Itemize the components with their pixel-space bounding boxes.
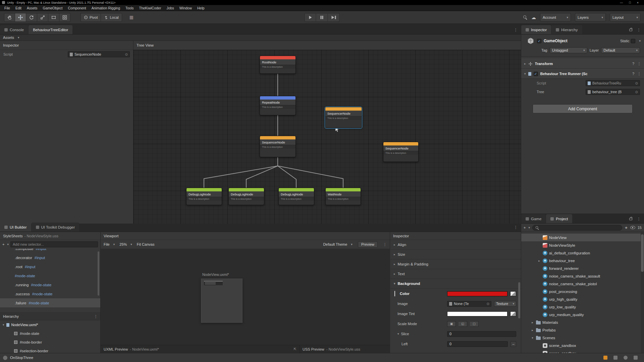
hand-tool-button[interactable] — [4, 13, 15, 22]
section-align[interactable]: ▸Align — [390, 240, 521, 250]
uss-selector-composite-input[interactable]: .composite#input — [0, 249, 100, 253]
collab-icon[interactable] — [634, 356, 638, 360]
inspector-scrollbar[interactable] — [518, 282, 520, 318]
uss-selector-decorator-input[interactable]: .decorator#input — [0, 253, 100, 262]
bake-warning-icon[interactable] — [603, 356, 607, 360]
project-item-noise-camera-shake-assault[interactable]: noise_camera_shake_assault — [521, 272, 644, 280]
file-dropdown[interactable]: File▾ — [104, 242, 115, 246]
grid-snap-icon[interactable]: ▦ — [129, 15, 133, 20]
project-item-scenes[interactable]: ▾Scenes — [521, 334, 644, 342]
image-object-field[interactable]: None (Te ⊙ — [447, 301, 491, 307]
viewport-canvas[interactable]: NodeView.uxml* — [101, 249, 390, 345]
tree-node-rootnode[interactable]: RootNodeThis is a description — [260, 56, 296, 74]
kebab-menu-icon[interactable]: ⋮ — [511, 225, 521, 232]
chevron-down-icon[interactable]: ▾ — [397, 332, 399, 336]
object-picker-icon[interactable]: ⊙ — [635, 81, 638, 85]
chevron-right-icon[interactable]: ▸ — [524, 62, 526, 65]
add-selector-button[interactable]: +▾ — [2, 242, 9, 246]
tab-game[interactable]: Game — [521, 214, 546, 223]
section-size[interactable]: ▸Size — [390, 250, 521, 259]
selector-scrollbar[interactable] — [98, 251, 99, 296]
tree-node-sequencernode[interactable]: SequencerNodeThis is a description — [383, 142, 419, 162]
tab-inspector[interactable]: Inspector — [521, 25, 551, 34]
tab-console[interactable]: Console — [0, 25, 28, 34]
tree-node-repeatnode[interactable]: RepeatNodeThis is a description — [260, 96, 296, 115]
project-scrollbar-thumb[interactable] — [641, 234, 644, 272]
local-toggle[interactable]: Local — [101, 13, 122, 22]
tag-dropdown[interactable]: Untagged▾ — [550, 47, 587, 53]
tree-node-debuglognode[interactable]: DebugLogNodeThis is a description — [228, 188, 264, 205]
expand-arrow-icon[interactable]: ▸ — [531, 321, 534, 324]
project-item-scene-sandbox[interactable]: scene_sandbox — [521, 349, 644, 353]
section-margin-padding[interactable]: ▸Margin & Padding — [390, 259, 521, 269]
kebab-menu-icon[interactable]: ⋮ — [634, 217, 644, 223]
project-item-post-processing[interactable]: post_processing — [521, 288, 644, 295]
transform-tool-button[interactable] — [59, 13, 70, 22]
color-picker-button[interactable] — [510, 291, 516, 296]
console-errors-icon[interactable] — [613, 356, 618, 360]
play-button[interactable] — [305, 13, 316, 22]
tree-node-waitnode[interactable]: WaitNodeThis is a description — [325, 188, 361, 205]
remove-value-button[interactable]: – — [511, 341, 516, 347]
slice-input[interactable]: 0 — [447, 331, 516, 337]
uss-selector-node-state[interactable]: #node-state — [0, 271, 100, 280]
project-item-prefabs[interactable]: ▸Prefabs — [521, 326, 644, 334]
script-object-field[interactable]: BehaviourTreeRu ⊙ — [586, 80, 640, 86]
help-icon[interactable]: ? — [632, 72, 634, 76]
tree-node-debuglognode[interactable]: DebugLogNodeThis is a description — [278, 188, 314, 205]
add-component-button[interactable]: Add Component — [533, 104, 633, 113]
object-picker-icon[interactable]: ⊙ — [487, 302, 489, 306]
tree-node-sequencernode[interactable]: SequencerNodeThis is a description — [325, 107, 362, 128]
hierarchy-item-node-state[interactable]: #node-state — [0, 329, 101, 338]
step-button[interactable] — [328, 13, 340, 22]
uss-selector-success-node-state[interactable]: .success#node-state — [0, 289, 100, 298]
lock-icon[interactable] — [629, 29, 632, 31]
scale-mode-fit-button[interactable]: ▢ — [470, 321, 479, 327]
tab-ui-builder[interactable]: UI Builder — [0, 223, 31, 232]
project-item-urp-medium-quality[interactable]: urp_medium_quality — [521, 311, 644, 318]
object-picker-icon[interactable]: ⊙ — [635, 90, 638, 94]
active-checkbox[interactable]: ✓ — [537, 39, 541, 43]
help-icon[interactable]: ? — [632, 62, 634, 66]
project-item-materials[interactable]: ▸Materials — [521, 318, 644, 326]
preview-toggle[interactable]: Preview — [358, 241, 378, 248]
menu-thekiwicoder[interactable]: TheKiwiCoder — [137, 6, 164, 10]
kebab-menu-icon[interactable]: ⋮ — [94, 314, 98, 319]
uss-preview-section[interactable]: USS Preview - NodeViewStyle.uss — [300, 347, 390, 351]
hidden-packages-icon[interactable] — [630, 226, 635, 229]
tree-object-field[interactable]: behaviour_tree (B ⊙ — [586, 89, 640, 95]
section-text[interactable]: ▸Text — [390, 269, 521, 279]
tab-project[interactable]: Project — [546, 214, 572, 223]
favorites-icon[interactable]: ★ — [625, 226, 628, 230]
open-external-icon[interactable]: ⇱ — [294, 347, 297, 351]
maximize-button[interactable]: □ — [629, 1, 631, 4]
tab-behaviourtreeeditor[interactable]: BehaviourTreeEditor — [29, 25, 72, 34]
layers-dropdown[interactable]: Layers▾ — [575, 13, 606, 21]
gameobject-name[interactable]: GameObject — [544, 39, 618, 43]
create-asset-button[interactable]: +▾ — [524, 226, 530, 230]
expand-arrow-icon[interactable]: ▸ — [531, 328, 534, 332]
theme-dropdown[interactable]: Default Theme▾ — [323, 242, 352, 246]
component-enabled-checkbox[interactable]: ✓ — [534, 72, 538, 76]
project-search-input[interactable] — [541, 226, 620, 230]
section-background[interactable]: ▾ Background — [390, 279, 521, 289]
lock-icon[interactable] — [629, 218, 632, 220]
expand-arrow-icon[interactable]: ▾ — [531, 336, 534, 340]
menu-jobs[interactable]: Jobs — [164, 6, 176, 10]
project-item-behaviour-tree[interactable]: ▸behaviour_tree — [521, 257, 644, 264]
color-swatch[interactable] — [447, 291, 507, 296]
kebab-menu-icon[interactable]: ⋮ — [637, 62, 641, 66]
menu-component[interactable]: Component — [65, 6, 88, 10]
rect-tool-button[interactable] — [48, 13, 59, 22]
tint-swatch[interactable] — [447, 311, 507, 316]
pivot-toggle[interactable]: Pivot — [80, 13, 101, 22]
canvas-document[interactable] — [201, 279, 243, 323]
menu-edit[interactable]: Edit — [13, 6, 24, 10]
hierarchy-root-item[interactable]: ▾ NodeView.uxml* — [0, 320, 101, 329]
assets-dropdown[interactable]: Assets — [3, 36, 14, 40]
script-object-field[interactable]: SequencerNode ⊙ — [68, 51, 130, 57]
kebab-menu-icon[interactable]: ⋮ — [634, 28, 644, 34]
static-checkbox[interactable]: ✓ — [631, 39, 635, 43]
project-item-ai-default-configuration[interactable]: ai_default_configuration — [521, 249, 644, 257]
tree-node-debuglognode[interactable]: DebugLogNodeThis is a description — [186, 188, 222, 205]
